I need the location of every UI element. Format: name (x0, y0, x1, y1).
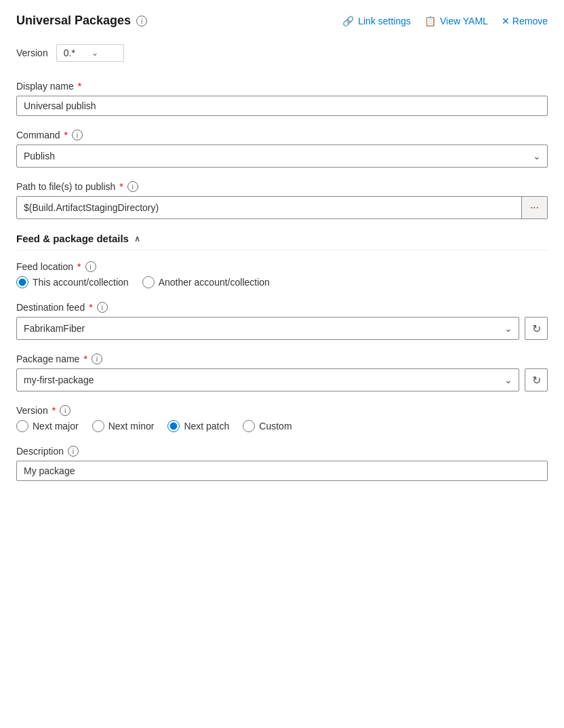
path-required: * (119, 181, 123, 192)
header-left: Universal Packages i (16, 14, 147, 28)
display-name-input[interactable] (16, 96, 548, 116)
package-name-select[interactable]: my-first-package (16, 368, 519, 391)
version-field-label: Version (16, 405, 48, 416)
package-name-refresh-button[interactable]: ↻ (525, 368, 548, 391)
feed-section-chevron[interactable]: ∧ (134, 234, 140, 244)
description-label: Description (16, 446, 64, 457)
feed-location-this-account[interactable]: This account/collection (16, 276, 129, 288)
feed-location-group: Feed location * i This account/collectio… (16, 261, 548, 288)
version-next-minor-label: Next minor (108, 421, 155, 432)
version-field-label-row: Version * i (16, 405, 548, 416)
version-custom-label: Custom (259, 421, 291, 432)
feed-location-radio-group: This account/collection Another account/… (16, 276, 548, 288)
version-next-patch[interactable]: Next patch (167, 420, 229, 432)
version-selector-label: Version (16, 47, 48, 58)
destination-feed-select[interactable]: FabrikamFiber (16, 317, 519, 340)
command-label: Command (16, 130, 60, 140)
destination-feed-group: Destination feed * i FabrikamFiber ⌄ ↻ (16, 302, 548, 340)
version-selector-value: 0.* (64, 47, 75, 58)
feed-location-required: * (77, 261, 81, 272)
version-next-major[interactable]: Next major (16, 420, 79, 432)
feed-section-title: Feed & package details (16, 233, 129, 244)
destination-feed-select-wrapper: FabrikamFiber ⌄ (16, 317, 519, 340)
refresh-icon: ↻ (532, 322, 541, 335)
path-browse-icon: ··· (530, 202, 539, 214)
package-refresh-icon: ↻ (532, 374, 541, 387)
display-name-required: * (78, 81, 81, 92)
version-selector-dropdown[interactable]: 0.* ⌄ (56, 44, 124, 62)
path-info-icon[interactable]: i (127, 181, 138, 192)
header-actions: 🔗 Link settings 📋 View YAML ✕ Remove (342, 16, 548, 26)
display-name-label: Display name (16, 81, 74, 92)
package-name-label-row: Package name * i (16, 353, 548, 364)
title-info-icon[interactable]: i (136, 16, 147, 26)
version-selector-chevron: ⌄ (92, 48, 98, 58)
destination-feed-refresh-button[interactable]: ↻ (525, 317, 548, 340)
link-settings-label: Link settings (358, 16, 411, 26)
description-group: Description i (16, 446, 548, 481)
display-name-group: Display name * (16, 81, 548, 116)
path-input-row: ··· (16, 196, 548, 219)
version-selector-row: Version 0.* ⌄ (16, 44, 548, 62)
destination-feed-info-icon[interactable]: i (97, 302, 108, 313)
package-name-label: Package name (16, 353, 79, 364)
version-next-patch-label: Next patch (184, 421, 229, 432)
version-field-group: Version * i Next major Next minor Next p… (16, 405, 548, 432)
command-select[interactable]: Publish Download (16, 145, 548, 168)
path-browse-button[interactable]: ··· (521, 197, 547, 218)
path-label-row: Path to file(s) to publish * i (16, 181, 548, 192)
feed-location-info-icon[interactable]: i (85, 261, 96, 272)
page-title: Universal Packages (16, 14, 131, 28)
feed-location-label: Feed location (16, 261, 73, 272)
command-required: * (64, 130, 68, 140)
package-name-select-wrapper: my-first-package ⌄ (16, 368, 519, 391)
view-yaml-label: View YAML (440, 16, 488, 26)
package-name-group: Package name * i my-first-package ⌄ ↻ (16, 353, 548, 391)
description-input[interactable] (16, 461, 548, 481)
feed-location-another-account[interactable]: Another account/collection (142, 276, 270, 288)
path-input[interactable] (17, 197, 521, 218)
package-name-info-icon[interactable]: i (92, 353, 102, 364)
feed-location-label-row: Feed location * i (16, 261, 548, 272)
feed-location-another-account-label: Another account/collection (159, 277, 270, 288)
remove-label: Remove (512, 16, 548, 26)
command-info-icon[interactable]: i (72, 130, 83, 140)
description-label-row: Description i (16, 446, 548, 457)
version-field-required: * (52, 405, 56, 416)
version-next-minor[interactable]: Next minor (92, 420, 155, 432)
command-group: Command * i Publish Download ⌄ (16, 130, 548, 168)
remove-button[interactable]: ✕ Remove (502, 16, 548, 26)
remove-x-icon: ✕ (502, 16, 510, 26)
display-name-label-row: Display name * (16, 81, 548, 92)
view-yaml-button[interactable]: 📋 View YAML (424, 16, 488, 26)
link-settings-button[interactable]: 🔗 Link settings (342, 16, 411, 26)
feed-location-this-account-label: This account/collection (33, 277, 129, 288)
version-radio-group: Next major Next minor Next patch Custom (16, 420, 548, 432)
page-header: Universal Packages i 🔗 Link settings 📋 V… (16, 14, 548, 28)
command-label-row: Command * i (16, 130, 548, 140)
feed-section-header: Feed & package details ∧ (16, 233, 548, 250)
destination-feed-label: Destination feed (16, 302, 85, 313)
version-field-info-icon[interactable]: i (60, 405, 70, 416)
package-name-required: * (83, 353, 87, 364)
path-to-files-group: Path to file(s) to publish * i ··· (16, 181, 548, 219)
command-select-wrapper: Publish Download ⌄ (16, 145, 548, 168)
yaml-icon: 📋 (424, 16, 436, 26)
package-name-input-row: my-first-package ⌄ ↻ (16, 368, 548, 391)
link-icon: 🔗 (342, 16, 354, 26)
version-next-major-label: Next major (33, 421, 79, 432)
destination-feed-label-row: Destination feed * i (16, 302, 548, 313)
description-info-icon[interactable]: i (68, 446, 79, 457)
destination-feed-input-row: FabrikamFiber ⌄ ↻ (16, 317, 548, 340)
path-label: Path to file(s) to publish (16, 181, 115, 192)
destination-feed-required: * (89, 302, 92, 313)
version-custom[interactable]: Custom (243, 420, 291, 432)
